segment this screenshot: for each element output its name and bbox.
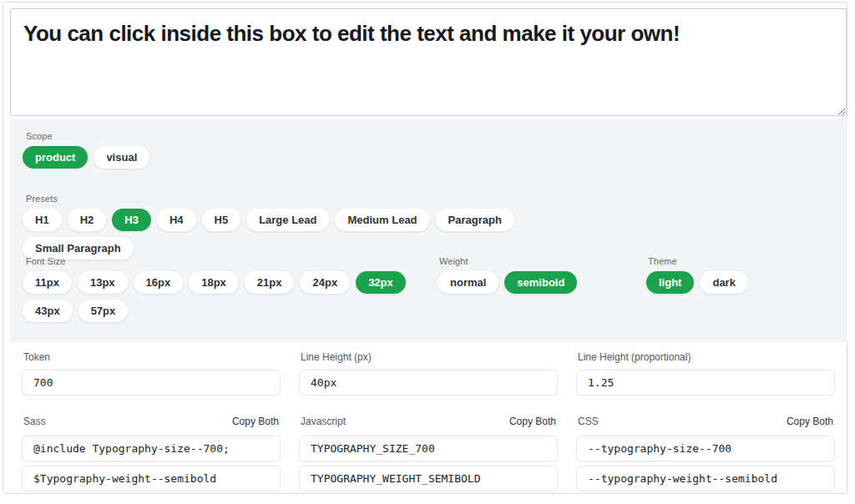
- font-size-11px[interactable]: 11px: [23, 271, 72, 294]
- line-height-px-label: Line Height (px): [301, 351, 558, 363]
- theme-light[interactable]: light: [646, 271, 694, 294]
- scope-label: Scope: [26, 131, 53, 141]
- line-height-proportional-column: Line Height (proportional) CSS Copy Both…: [576, 350, 835, 496]
- line-height-proportional-label: Line Height (proportional): [578, 351, 835, 363]
- preset-h1[interactable]: H1: [23, 209, 62, 231]
- preset-large-lead[interactable]: Large Lead: [246, 209, 329, 231]
- theme-label: Theme: [648, 256, 677, 266]
- scope-option-product[interactable]: product: [23, 146, 88, 169]
- sass-size-token[interactable]: @include Typography-size--700;: [22, 436, 281, 461]
- token-input[interactable]: [22, 370, 281, 396]
- line-height-px-column: Line Height (px) Javascript Copy Both TY…: [299, 350, 558, 496]
- app-frame: You can click inside this box to edit th…: [3, 2, 847, 494]
- presets-label: Presets: [26, 194, 58, 204]
- preset-paragraph[interactable]: Paragraph: [436, 209, 514, 231]
- token-field-label: Token: [23, 351, 281, 363]
- font-size-43px[interactable]: 43px: [23, 300, 73, 322]
- scope-option-visual[interactable]: visual: [94, 146, 149, 169]
- theme-pill-group: light dark: [646, 271, 754, 300]
- javascript-weight-token[interactable]: TYPOGRAPHY_WEIGHT_SEMIBOLD: [299, 466, 558, 491]
- weight-normal[interactable]: normal: [438, 271, 498, 294]
- preset-h3[interactable]: H3: [112, 209, 151, 231]
- font-size-pill-group: 11px 13px 16px 18px 21px 24px 32px 43px …: [23, 271, 415, 328]
- font-size-24px[interactable]: 24px: [300, 271, 350, 294]
- javascript-copy-both-button[interactable]: Copy Both: [509, 416, 556, 427]
- javascript-section-label: Javascript: [301, 416, 346, 427]
- weight-pill-group: normal semibold: [438, 271, 583, 300]
- weight-semibold[interactable]: semibold: [504, 271, 577, 294]
- preset-medium-lead[interactable]: Medium Lead: [335, 209, 429, 231]
- font-size-label: Font Size: [26, 256, 65, 266]
- css-copy-both-button[interactable]: Copy Both: [787, 416, 833, 427]
- font-size-21px[interactable]: 21px: [245, 271, 295, 294]
- css-size-token[interactable]: --typography-size--700: [576, 436, 835, 461]
- preset-h4[interactable]: H4: [157, 209, 196, 231]
- preset-h5[interactable]: H5: [202, 209, 241, 231]
- weight-label: Weight: [439, 256, 468, 266]
- sample-text-editor[interactable]: You can click inside this box to edit th…: [10, 8, 847, 116]
- controls-panel: Scope product visual Presets H1 H2 H3 H4…: [10, 119, 847, 343]
- sass-section-label: Sass: [23, 416, 46, 427]
- token-column: Token Sass Copy Both @include Typography…: [22, 350, 281, 496]
- font-size-13px[interactable]: 13px: [78, 271, 128, 294]
- token-outputs: Token Sass Copy Both @include Typography…: [22, 350, 837, 496]
- css-weight-token[interactable]: --typography-weight--semibold: [576, 466, 835, 491]
- theme-dark[interactable]: dark: [700, 271, 747, 294]
- line-height-px-input[interactable]: [299, 370, 558, 396]
- font-size-18px[interactable]: 18px: [189, 271, 239, 294]
- scope-pill-group: product visual: [23, 146, 155, 174]
- css-section-label: CSS: [578, 416, 599, 427]
- font-size-16px[interactable]: 16px: [134, 271, 184, 294]
- font-size-57px[interactable]: 57px: [78, 300, 129, 322]
- font-size-32px[interactable]: 32px: [356, 271, 406, 294]
- presets-pill-group: H1 H2 H3 H4 H5 Large Lead Medium Lead Pa…: [23, 209, 607, 265]
- javascript-size-token[interactable]: TYPOGRAPHY_SIZE_700: [299, 436, 558, 461]
- sass-weight-token[interactable]: $Typography-weight--semibold: [22, 466, 281, 491]
- line-height-proportional-input[interactable]: [576, 370, 835, 396]
- sass-copy-both-button[interactable]: Copy Both: [232, 416, 279, 427]
- preset-h2[interactable]: H2: [68, 209, 107, 231]
